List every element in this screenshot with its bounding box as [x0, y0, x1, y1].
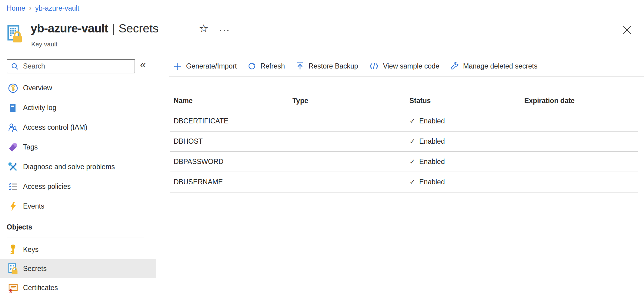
secret-name: DBPASSWORD: [170, 158, 289, 166]
status-label: Enabled: [419, 137, 445, 146]
tag-icon: [8, 142, 18, 152]
check-icon: ✓: [409, 137, 415, 146]
key-vault-secrets-page: Home › yb-azure-vault yb-azure-vault|Sec…: [0, 0, 644, 298]
certificate-icon: [8, 282, 18, 294]
secret-name: DBHOST: [170, 137, 289, 146]
sidebar-item-access-control[interactable]: Access control (IAM): [0, 118, 156, 137]
column-header-name: Name: [170, 97, 289, 105]
restore-backup-icon: [296, 62, 304, 70]
sidebar-item-secrets[interactable]: Secrets: [0, 259, 156, 278]
status-cell: ✓ Enabled: [405, 178, 520, 186]
status-label: Enabled: [419, 178, 445, 186]
check-icon: ✓: [409, 158, 415, 166]
column-header-type: Type: [289, 97, 405, 105]
checklist-icon: [8, 182, 18, 192]
favorite-star-icon[interactable]: ☆: [199, 23, 209, 34]
key-vault-icon: [7, 25, 22, 44]
sidebar-item-label: Certificates: [23, 284, 58, 292]
status-cell: ✓ Enabled: [405, 158, 520, 166]
sidebar-item-label: Diagnose and solve problems: [23, 163, 115, 171]
breadcrumb-home-link[interactable]: Home: [7, 4, 25, 12]
table-header-row: Name Type Status Expiration date: [170, 91, 638, 111]
search-icon: [11, 62, 19, 70]
column-header-status: Status: [405, 97, 520, 105]
sidebar-search-box: [7, 59, 135, 73]
table-row[interactable]: DBPASSWORD ✓ Enabled: [170, 152, 638, 172]
sidebar-item-label: Events: [23, 202, 44, 210]
search-input[interactable]: [22, 62, 131, 71]
manage-deleted-secrets-button[interactable]: Manage deleted secrets: [450, 62, 538, 70]
activity-log-icon: [8, 103, 18, 113]
sidebar-item-label: Secrets: [23, 265, 47, 273]
sidebar-item-label: Overview: [23, 84, 52, 92]
lightning-icon: [8, 201, 18, 212]
page-title-section: Secrets: [118, 22, 158, 35]
close-icon[interactable]: [622, 25, 632, 36]
refresh-icon: [248, 62, 256, 70]
sidebar-item-overview[interactable]: Overview: [0, 78, 156, 98]
status-label: Enabled: [419, 117, 445, 125]
view-sample-code-button[interactable]: View sample code: [369, 62, 439, 70]
sidebar-item-label: Activity log: [23, 104, 56, 112]
status-label: Enabled: [419, 158, 445, 166]
toolbar-label: View sample code: [383, 62, 439, 70]
refresh-button[interactable]: Refresh: [248, 62, 285, 70]
generate-import-button[interactable]: Generate/Import: [174, 62, 237, 70]
sidebar-item-label: Access control (IAM): [23, 123, 87, 132]
page-title-resource: yb-azure-vault: [31, 22, 108, 35]
secret-name: DBUSERNAME: [170, 178, 289, 186]
secret-name: DBCERTIFICATE: [170, 117, 289, 125]
status-cell: ✓ Enabled: [405, 137, 520, 146]
sidebar-item-events[interactable]: Events: [0, 196, 156, 216]
toolbar-label: Refresh: [260, 62, 285, 70]
table-row[interactable]: DBUSERNAME ✓ Enabled: [170, 172, 638, 193]
restore-backup-button[interactable]: Restore Backup: [296, 62, 358, 70]
secrets-table: Name Type Status Expiration date DBCERTI…: [170, 91, 638, 193]
check-icon: ✓: [409, 117, 415, 125]
sidebar-item-label: Access policies: [23, 182, 71, 191]
sidebar-item-keys[interactable]: Keys: [0, 240, 156, 259]
plus-icon: [174, 62, 182, 70]
key-icon: [8, 244, 18, 256]
breadcrumb: Home › yb-azure-vault: [7, 4, 79, 12]
table-row[interactable]: DBCERTIFICATE ✓ Enabled: [170, 111, 638, 132]
breadcrumb-vault-link[interactable]: yb-azure-vault: [35, 4, 79, 12]
collapse-sidebar-icon[interactable]: «: [140, 59, 146, 70]
sidebar-nav: Overview Activity log Acc: [0, 78, 156, 216]
code-icon: [369, 62, 379, 70]
command-bar: Generate/Import Refresh Restore Backup: [174, 58, 537, 74]
status-cell: ✓ Enabled: [405, 117, 520, 125]
toolbar-label: Manage deleted secrets: [463, 62, 538, 70]
page-title-divider: |: [112, 22, 115, 35]
wrench-icon: [450, 62, 459, 70]
objects-section-divider: [7, 237, 144, 237]
more-options-icon[interactable]: [219, 28, 230, 33]
sidebar-item-certificates[interactable]: Certificates: [0, 278, 156, 297]
column-header-expiration: Expiration date: [520, 97, 638, 105]
command-bar-divider: [169, 76, 644, 77]
key-circle-icon: [8, 83, 18, 93]
people-icon: [8, 122, 18, 133]
resource-type-label: Key vault: [31, 41, 57, 48]
secret-lock-icon: [8, 263, 18, 275]
sidebar-item-label: Tags: [23, 143, 38, 151]
sidebar-item-tags[interactable]: Tags: [0, 137, 156, 157]
sidebar-item-activity-log[interactable]: Activity log: [0, 98, 156, 118]
toolbar-label: Generate/Import: [186, 62, 237, 70]
page-title: yb-azure-vault|Secrets: [31, 22, 158, 35]
check-icon: ✓: [409, 178, 415, 186]
table-row[interactable]: DBHOST ✓ Enabled: [170, 132, 638, 152]
sidebar-objects-nav: Keys Secrets: [0, 240, 156, 297]
toolbar-label: Restore Backup: [309, 62, 358, 70]
objects-section-header: Objects: [7, 223, 32, 231]
sidebar-item-diagnose[interactable]: Diagnose and solve problems: [0, 157, 156, 177]
sidebar-item-label: Keys: [23, 246, 38, 254]
sidebar-item-access-policies[interactable]: Access policies: [0, 177, 156, 196]
tools-icon: [8, 162, 18, 172]
breadcrumb-chevron-icon: ›: [29, 4, 32, 12]
